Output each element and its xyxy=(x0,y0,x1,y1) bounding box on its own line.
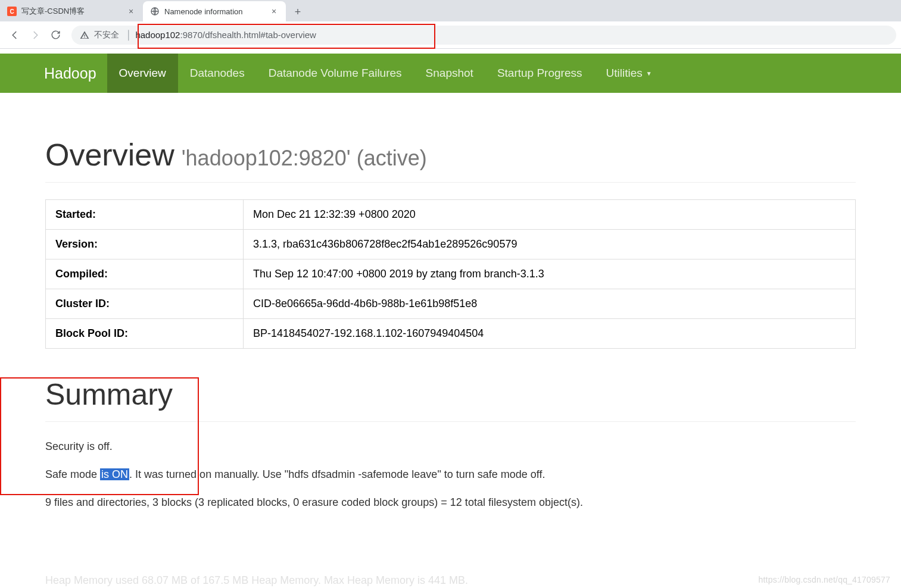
fs-objects: 9 files and directories, 3 blocks (3 rep… xyxy=(45,495,856,511)
safemode-highlight: is ON xyxy=(100,468,129,480)
close-icon[interactable]: × xyxy=(269,7,279,16)
compiled-key: Compiled: xyxy=(46,259,244,289)
browser-tab-csdn[interactable]: C 写文章-CSDN博客 × xyxy=(0,1,143,21)
security-status: Security is off. xyxy=(45,439,856,455)
globe-icon xyxy=(150,7,160,16)
close-icon[interactable]: × xyxy=(126,7,136,16)
back-button[interactable] xyxy=(5,25,25,45)
divider xyxy=(45,182,856,183)
reload-button[interactable] xyxy=(45,25,66,45)
browser-toolbar: 不安全 │ hadoop102:9870/dfshealth.html#tab-… xyxy=(0,21,901,49)
table-row: Started: Mon Dec 21 12:32:39 +0800 2020 xyxy=(46,200,856,230)
table-row: Block Pool ID: BP-1418454027-192.168.1.1… xyxy=(46,319,856,349)
chevron-down-icon: ▼ xyxy=(646,70,652,77)
watermark: https://blog.csdn.net/qq_41709577 xyxy=(759,575,890,584)
divider xyxy=(45,421,856,422)
nav-datanode-volume-failures[interactable]: Datanode Volume Failures xyxy=(257,54,414,93)
nav-snapshot[interactable]: Snapshot xyxy=(414,54,485,93)
overview-table: Started: Mon Dec 21 12:32:39 +0800 2020 … xyxy=(45,199,856,349)
tab-title: 写文章-CSDN博客 xyxy=(21,6,121,17)
version-key: Version: xyxy=(46,230,244,259)
page-subtitle: 'hadoop102:9820' (active) xyxy=(182,146,427,171)
safemode-status: Safe mode is ON. It was turned on manual… xyxy=(45,467,856,483)
insecure-warning-icon xyxy=(80,30,89,40)
block-pool-id-key: Block Pool ID: xyxy=(46,319,244,349)
summary-heading: Summary xyxy=(45,377,856,412)
heap-memory-cut: Heap Memory used 68.07 MB of 167.5 MB He… xyxy=(45,574,641,587)
nav-datanodes[interactable]: Datanodes xyxy=(178,54,257,93)
table-row: Compiled: Thu Sep 12 10:47:00 +0800 2019… xyxy=(46,259,856,289)
url-path: /dfshealth.html#tab-overview xyxy=(202,30,316,40)
cluster-id-value: CID-8e06665a-96dd-4b6b-988b-1e61b98f51e8 xyxy=(244,289,856,319)
table-row: Version: 3.1.3, rba631c436b806728f8ec2f5… xyxy=(46,230,856,259)
new-tab-button[interactable]: + xyxy=(289,4,306,20)
version-value: 3.1.3, rba631c436b806728f8ec2f54ab1e2895… xyxy=(244,230,856,259)
hadoop-navbar: Hadoop Overview Datanodes Datanode Volum… xyxy=(0,54,901,93)
browser-tab-strip: C 写文章-CSDN博客 × Namenode information × + xyxy=(0,0,901,21)
forward-button[interactable] xyxy=(25,25,45,45)
tab-title: Namenode information xyxy=(164,7,264,16)
nav-overview[interactable]: Overview xyxy=(107,54,178,93)
nav-startup-progress[interactable]: Startup Progress xyxy=(485,54,594,93)
brand-label[interactable]: Hadoop xyxy=(44,54,107,93)
url-host: hadoop102 xyxy=(135,30,180,40)
started-value: Mon Dec 21 12:32:39 +0800 2020 xyxy=(244,200,856,230)
compiled-value: Thu Sep 12 10:47:00 +0800 2019 by ztang … xyxy=(244,259,856,289)
csdn-favicon-icon: C xyxy=(7,7,17,16)
browser-tab-namenode[interactable]: Namenode information × xyxy=(143,1,286,21)
page-content: Overview 'hadoop102:9820' (active) Start… xyxy=(0,137,901,511)
table-row: Cluster ID: CID-8e06665a-96dd-4b6b-988b-… xyxy=(46,289,856,319)
block-pool-id-value: BP-1418454027-192.168.1.102-160794940450… xyxy=(244,319,856,349)
insecure-label: 不安全 xyxy=(94,30,119,40)
url-port: :9870 xyxy=(180,30,202,40)
address-input[interactable]: 不安全 │ hadoop102:9870/dfshealth.html#tab-… xyxy=(71,26,896,45)
started-key: Started: xyxy=(46,200,244,230)
nav-utilities[interactable]: Utilities▼ xyxy=(594,54,663,93)
cluster-id-key: Cluster ID: xyxy=(46,289,244,319)
page-title: Overview 'hadoop102:9820' (active) xyxy=(45,137,856,173)
